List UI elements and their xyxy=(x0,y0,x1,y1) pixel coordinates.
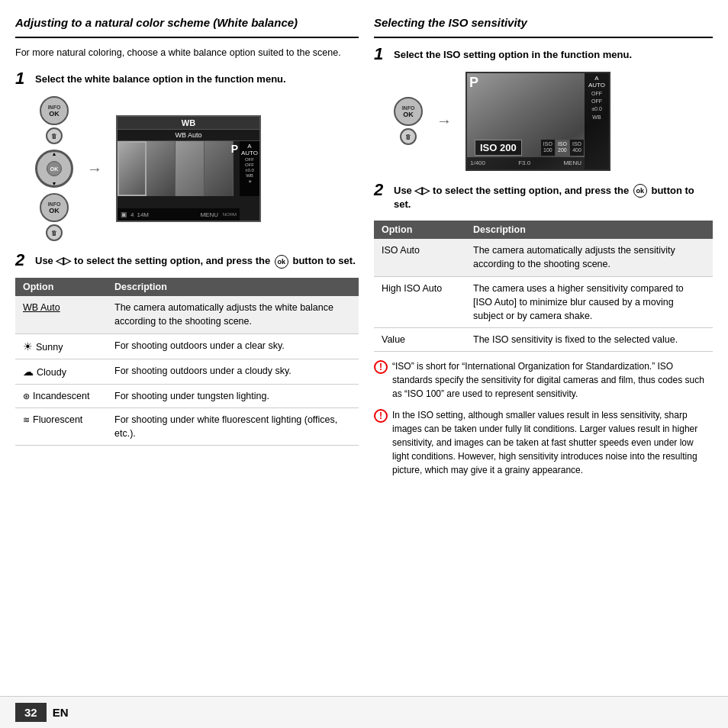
iso-tab-100: ISO100 xyxy=(541,140,555,156)
wb-bottom-count: 4 xyxy=(130,211,134,218)
wb-bottom-film: ▣ xyxy=(121,211,127,218)
iso-options-table: Option Description ISO Auto The camera a… xyxy=(374,221,713,352)
iso-mode-badge: P xyxy=(469,75,478,91)
content-area: Adjusting to a natural color scheme (Whi… xyxy=(0,0,728,696)
iso-panel-off2: OFF xyxy=(585,98,608,105)
wb-thumbs-row: AAUTO OFF OFF ±0.0 WB ☀ P xyxy=(118,141,259,196)
wb-sidebar-sun: ☀ xyxy=(248,179,252,184)
table-row: ≋Fluorescent For shooting under white fl… xyxy=(15,408,359,446)
right-column: Selecting the ISO sensitivity 1 Select t… xyxy=(374,15,713,688)
right-section-title: Selecting the ISO sensitivity xyxy=(374,15,713,31)
iso-option-highauto: High ISO Auto xyxy=(374,276,465,327)
iso-option-value: Value xyxy=(374,327,465,351)
iso-notice-1: ! “ISO” is short for “International Orga… xyxy=(374,359,713,401)
table-row: ☁Cloudy For shooting outdoors under a cl… xyxy=(15,359,359,384)
wb-col-option: Option xyxy=(15,278,107,296)
table-row: ISO Auto The camera automatically adjust… xyxy=(374,239,713,276)
right-step2: 2 Use ◁▷ to select the setting option, a… xyxy=(374,182,713,212)
wb-title: WB xyxy=(118,117,259,130)
notice-icon-2: ! xyxy=(374,409,388,423)
right-step2-text: Use ◁▷ to select the setting option, and… xyxy=(394,184,713,212)
wb-subtitle: WB Auto xyxy=(118,130,259,141)
iso-bottom-bar: 1/400 F3.0 MENU xyxy=(467,157,585,169)
iso-menu-label: MENU xyxy=(563,159,581,166)
ok-circle: ok xyxy=(275,255,288,269)
left-step2-number: 2 xyxy=(15,252,29,269)
page-footer: 32 EN xyxy=(0,696,728,728)
iso-controls-col: INFO OK 🗑 xyxy=(394,97,423,145)
left-step1-number: 1 xyxy=(15,70,29,87)
iso-trash-btn[interactable]: 🗑 xyxy=(400,128,417,145)
wb-bottom-norm: NORM xyxy=(223,212,237,217)
left-intro: For more natural coloring, choose a whit… xyxy=(15,46,359,60)
cloudy-icon: ☁ xyxy=(23,366,34,378)
iso-tab-200: ISO200 xyxy=(556,140,569,156)
iso-shutter: 1/400 xyxy=(470,159,485,166)
iso-col-option: Option xyxy=(374,221,465,239)
page: Adjusting to a natural color scheme (Whi… xyxy=(0,0,728,728)
diagram-arrow: → xyxy=(87,160,102,178)
notice-icon-1: ! xyxy=(374,360,388,374)
nav-center-ok[interactable]: OK xyxy=(47,161,62,176)
iso-200-badge: ISO 200 xyxy=(475,140,522,156)
wb-option-wbauto: WB Auto xyxy=(15,296,107,333)
left-section-title: Adjusting to a natural color scheme (Whi… xyxy=(15,15,359,31)
wb-sidebar-wb: WB xyxy=(246,173,253,178)
wb-sidebar-off2: OFF xyxy=(245,163,254,167)
wb-info-ok-btn2[interactable]: INFO OK xyxy=(40,193,69,222)
wb-info-ok-btn[interactable]: INFO OK xyxy=(40,96,69,125)
iso-desc-value: The ISO sensitivity is fixed to the sele… xyxy=(465,327,713,351)
table-row: WB Auto The camera automatically adjusts… xyxy=(15,296,359,333)
incandescent-icon: ⊛ xyxy=(23,391,30,401)
left-divider xyxy=(15,37,359,38)
wb-thumb-selected xyxy=(118,141,147,196)
iso-ok-label: OK xyxy=(403,111,414,118)
left-step2: 2 Use ◁▷ to select the setting option, a… xyxy=(15,252,359,269)
iso-option-auto: ISO Auto xyxy=(374,239,465,276)
wb-desc-incandescent: For shooting under tungsten lighting. xyxy=(107,385,359,408)
wb-thumb-4 xyxy=(205,141,234,196)
wb-option-incandescent: ⊛Incandescent xyxy=(15,385,107,408)
wb-desc-fluorescent: For shooting under white fluorescent lig… xyxy=(107,408,359,446)
wb-thumb-3 xyxy=(176,141,205,196)
wb-option-cloudy: ☁Cloudy xyxy=(15,359,107,384)
table-row: ⊛Incandescent For shooting under tungste… xyxy=(15,385,359,408)
ok-label2: OK xyxy=(49,207,60,214)
wb-sidebar: AAUTO OFF OFF ±0.0 WB ☀ xyxy=(240,141,259,196)
iso-tab-400: ISO400 xyxy=(570,140,584,156)
wb-option-sunny: ☀Sunny xyxy=(15,333,107,359)
table-row: ☀Sunny For shooting outdoors under a cle… xyxy=(15,333,359,359)
left-step1-text: Select the white balance option in the f… xyxy=(35,72,286,86)
iso-panel-auto: AAUTO xyxy=(585,75,608,89)
info-label2: INFO xyxy=(48,201,61,207)
wb-options-table: Option Description WB Auto The camera au… xyxy=(15,278,359,446)
wb-desc-sunny: For shooting outdoors under a clear sky. xyxy=(107,333,359,359)
iso-info-label: INFO xyxy=(402,105,415,111)
wb-sidebar-auto: AAUTO xyxy=(241,143,258,156)
wb-thumb-2 xyxy=(147,141,176,196)
iso-desc-highauto: The camera uses a higher sensitivity com… xyxy=(465,276,713,327)
iso-info-ok-btn[interactable]: INFO OK xyxy=(394,97,423,126)
language-label: EN xyxy=(53,706,69,719)
wb-desc-wbauto: The camera automatically adjusts the whi… xyxy=(107,296,359,333)
iso-notice-text-1: “ISO” is short for “International Organi… xyxy=(392,359,713,401)
trash-btn2[interactable]: 🗑 xyxy=(46,224,63,241)
iso-diagram-arrow: → xyxy=(436,112,452,130)
iso-panel-wb: WB xyxy=(585,114,608,121)
page-number: 32 xyxy=(15,703,47,722)
wb-diagram: INFO OK 🗑 OK ▲ ▼ INFO OK 🗑 xyxy=(35,96,359,241)
iso-notice-text-2: In the ISO setting, although smaller val… xyxy=(392,408,713,477)
trash-btn[interactable]: 🗑 xyxy=(46,127,63,144)
wb-nav-ring[interactable]: OK ▲ ▼ xyxy=(35,150,73,188)
right-step1-number: 1 xyxy=(374,46,388,63)
iso-ok-circle: ok xyxy=(633,184,647,198)
wb-col-desc: Description xyxy=(107,278,359,296)
left-step2-text: Use ◁▷ to select the setting option, and… xyxy=(35,254,356,269)
iso-lcd-screen: P ISO 200 AAUTO OFF OFF ±0.0 WB xyxy=(465,72,610,171)
sunny-icon: ☀ xyxy=(23,340,33,353)
wb-sidebar-val: ±0.0 xyxy=(245,168,254,172)
table-row: High ISO Auto The camera uses a higher s… xyxy=(374,276,713,327)
ok-label: OK xyxy=(49,110,60,118)
wb-auto-label: WB Auto xyxy=(23,302,60,313)
iso-panel-off1: OFF xyxy=(585,91,608,97)
